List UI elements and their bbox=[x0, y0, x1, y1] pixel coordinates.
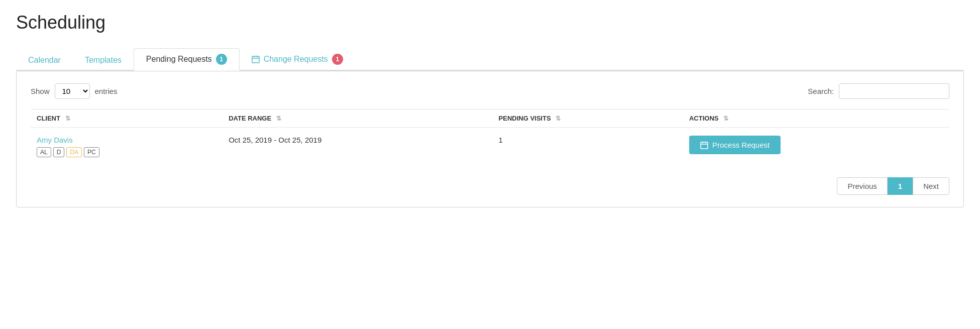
next-button[interactable]: Next bbox=[913, 177, 949, 195]
search-input[interactable] bbox=[839, 83, 949, 99]
tag-al: AL bbox=[37, 147, 51, 157]
tab-change-requests[interactable]: Change Requests 1 bbox=[240, 49, 355, 71]
process-request-button[interactable]: Process Request bbox=[689, 136, 781, 154]
tab-pending-requests[interactable]: Pending Requests 1 bbox=[134, 48, 240, 71]
col-date-range: DATE RANGE ⇅ bbox=[223, 109, 492, 128]
change-requests-badge: 1 bbox=[332, 54, 343, 65]
tag-d: D bbox=[53, 147, 65, 157]
tab-bar: Calendar Templates Pending Requests 1 Ch… bbox=[16, 47, 964, 71]
show-entries-control: Show 10 25 50 100 entries bbox=[31, 83, 118, 99]
sort-actions-icon[interactable]: ⇅ bbox=[723, 115, 728, 122]
page-title: Scheduling bbox=[16, 12, 964, 33]
sort-date-icon[interactable]: ⇅ bbox=[276, 115, 281, 122]
tab-calendar[interactable]: Calendar bbox=[16, 51, 73, 71]
tab-templates[interactable]: Templates bbox=[73, 51, 134, 71]
page-1-button[interactable]: 1 bbox=[888, 177, 913, 195]
client-name-link[interactable]: Amy Davis bbox=[37, 136, 216, 144]
col-actions: ACTIONS ⇅ bbox=[683, 109, 949, 128]
pending-requests-table: CLIENT ⇅ DATE RANGE ⇅ PENDING VISITS ⇅ A… bbox=[31, 109, 949, 165]
pending-requests-table-container: Show 10 25 50 100 entries Search: CLIENT… bbox=[16, 71, 964, 207]
previous-button[interactable]: Previous bbox=[837, 177, 887, 195]
search-label: Search: bbox=[808, 87, 834, 95]
process-calendar-icon bbox=[700, 141, 708, 149]
svg-rect-0 bbox=[252, 56, 259, 63]
tag-da: DA bbox=[66, 147, 82, 157]
pagination: Previous 1 Next bbox=[31, 177, 949, 195]
col-pending-visits: PENDING VISITS ⇅ bbox=[493, 109, 683, 128]
table-controls: Show 10 25 50 100 entries Search: bbox=[31, 83, 949, 99]
client-cell: Amy Davis AL D DA PC bbox=[31, 128, 223, 166]
sort-visits-icon[interactable]: ⇅ bbox=[556, 115, 561, 122]
date-range-cell: Oct 25, 2019 - Oct 25, 2019 bbox=[223, 128, 492, 166]
calendar-icon bbox=[252, 55, 260, 63]
table-row: Amy Davis AL D DA PC Oct 25, 2019 - Oct … bbox=[31, 128, 949, 166]
actions-cell: Process Request bbox=[683, 128, 949, 166]
sort-client-icon[interactable]: ⇅ bbox=[65, 115, 70, 122]
tag-pc: PC bbox=[84, 147, 99, 157]
pending-visits-cell: 1 bbox=[493, 128, 683, 166]
client-tags: AL D DA PC bbox=[37, 147, 216, 157]
show-entries-select[interactable]: 10 25 50 100 bbox=[55, 83, 90, 99]
svg-rect-4 bbox=[701, 142, 708, 149]
col-client: CLIENT ⇅ bbox=[31, 109, 223, 128]
pending-requests-badge: 1 bbox=[216, 54, 227, 65]
search-box: Search: bbox=[808, 83, 949, 99]
